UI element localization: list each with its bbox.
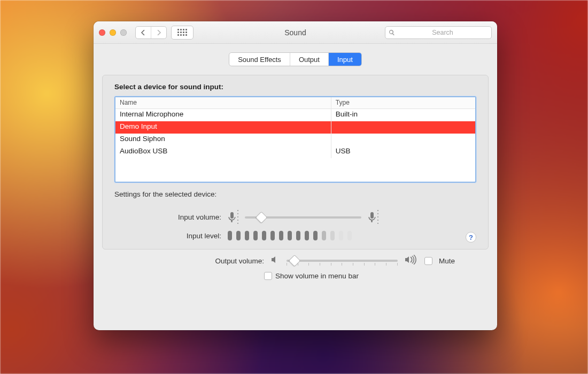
device-type: USB xyxy=(331,146,475,158)
nav-forward-button[interactable] xyxy=(151,27,166,38)
input-volume-slider[interactable] xyxy=(245,212,361,223)
device-row[interactable]: Demo Input xyxy=(115,121,475,134)
traffic-lights xyxy=(99,29,127,36)
speaker-high-icon xyxy=(404,255,418,267)
input-volume-row: Input volume: xyxy=(114,210,476,224)
output-volume-label: Output volume: xyxy=(136,257,264,265)
input-device-heading: Select a device for sound input: xyxy=(114,83,476,91)
device-name: Sound Siphon xyxy=(115,134,331,146)
chevron-left-icon xyxy=(141,30,146,35)
show-all-prefs-button[interactable] xyxy=(171,26,194,40)
device-type: Built-in xyxy=(331,109,475,121)
device-settings: Settings for the selected device: Input … xyxy=(114,190,476,240)
search-input[interactable] xyxy=(397,29,488,36)
tab-output[interactable]: Output xyxy=(290,53,328,66)
search-icon xyxy=(389,29,395,36)
mic-high-icon xyxy=(368,210,378,224)
tab-sound-effects[interactable]: Sound Effects xyxy=(229,53,290,66)
nav-back-forward xyxy=(135,26,167,39)
device-row[interactable]: Internal MicrophoneBuilt-in xyxy=(115,109,475,121)
nav-back-button[interactable] xyxy=(136,27,151,38)
device-row[interactable]: AudioBox USBUSB xyxy=(115,146,475,158)
window-zoom-button[interactable] xyxy=(120,29,127,36)
window-body: Sound Effects Output Input Select a devi… xyxy=(94,44,497,330)
column-header-name[interactable]: Name xyxy=(115,97,331,108)
device-table-header: Name Type xyxy=(115,97,475,109)
input-level-label: Input level: xyxy=(114,232,221,240)
mute-checkbox[interactable] xyxy=(424,257,432,265)
sound-preferences-window: Sound Sound Effects Output Input Select … xyxy=(94,21,497,330)
output-volume-slider[interactable] xyxy=(287,255,398,266)
window-minimize-button[interactable] xyxy=(110,29,116,36)
output-volume-row: Output volume: Mute xyxy=(136,255,455,267)
grid-icon xyxy=(177,29,187,36)
device-name: Demo Input xyxy=(115,121,331,134)
show-in-menubar-label: Show volume in menu bar xyxy=(275,272,359,280)
sound-tabbar: Sound Effects Output Input xyxy=(229,52,362,66)
help-button[interactable]: ? xyxy=(466,232,476,243)
input-level-meter xyxy=(228,231,352,240)
window-close-button[interactable] xyxy=(99,29,105,36)
show-in-menubar-row: Show volume in menu bar xyxy=(264,272,359,280)
device-settings-heading: Settings for the selected device: xyxy=(114,190,476,198)
chevron-right-icon xyxy=(156,30,161,35)
device-name: AudioBox USB xyxy=(115,146,331,158)
device-rows: Internal MicrophoneBuilt-inDemo InputSou… xyxy=(115,109,475,182)
input-device-table: Name Type Internal MicrophoneBuilt-inDem… xyxy=(114,96,476,183)
titlebar: Sound xyxy=(94,21,497,44)
mute-label: Mute xyxy=(439,257,455,265)
show-in-menubar-checkbox[interactable] xyxy=(264,272,272,280)
search-field-wrap[interactable] xyxy=(385,26,492,39)
device-type xyxy=(331,121,475,134)
speaker-low-icon xyxy=(270,255,280,267)
device-name: Internal Microphone xyxy=(115,109,331,121)
tab-input[interactable]: Input xyxy=(328,53,361,66)
footer: Output volume: Mute Show volume in menu … xyxy=(102,255,489,280)
device-row[interactable]: Sound Siphon xyxy=(115,134,475,146)
input-level-row: Input level: xyxy=(114,231,476,240)
mic-low-icon xyxy=(228,210,238,224)
column-header-type[interactable]: Type xyxy=(331,97,475,108)
input-panel: Select a device for sound input: Name Ty… xyxy=(102,75,489,250)
device-type xyxy=(331,134,475,146)
input-volume-label: Input volume: xyxy=(114,213,221,221)
